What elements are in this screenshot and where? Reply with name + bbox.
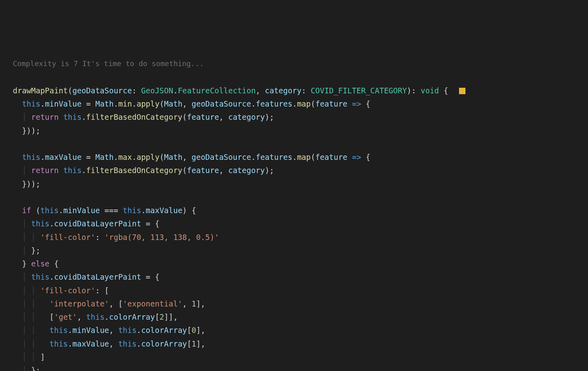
math-max: max <box>118 153 132 161</box>
this-keyword: this <box>31 219 50 228</box>
this-keyword: this <box>123 206 141 215</box>
number-one: 1 <box>191 299 196 308</box>
type-namespace: GeoJSON <box>141 86 173 95</box>
feature-arg: feature <box>187 113 219 121</box>
colorarray-prop: colorArray <box>141 326 187 335</box>
code-block[interactable]: drawMapPaint(geoDataSource: GeoJSON.Feat… <box>13 84 588 371</box>
this-keyword: this <box>50 339 68 348</box>
colorarray-prop: colorArray <box>141 339 187 348</box>
prop-minvalue: minValue <box>72 326 109 335</box>
return-type: void <box>421 86 439 95</box>
this-keyword: this <box>63 113 82 121</box>
category-arg: category <box>228 166 265 175</box>
map-fn: map <box>297 153 310 161</box>
code-lens-hint[interactable]: Complexity is 7 It's time to do somethin… <box>13 57 588 70</box>
this-keyword: this <box>118 326 137 335</box>
param-1: geoDataSource <box>72 86 132 95</box>
this-keyword: this <box>22 99 40 108</box>
type-name: FeatureCollection <box>178 86 256 95</box>
color-swatch-icon <box>459 88 465 94</box>
prop-minvalue: minValue <box>63 206 100 215</box>
else-keyword: else <box>31 259 50 268</box>
this-keyword: this <box>22 153 40 161</box>
features-prop: features <box>256 99 292 108</box>
this-keyword: this <box>50 326 68 335</box>
math-min: min <box>118 99 132 108</box>
get-literal: 'get' <box>54 313 77 321</box>
math-arg: Math <box>164 153 183 161</box>
this-keyword: this <box>63 166 82 175</box>
features-prop: features <box>256 153 292 161</box>
this-keyword: this <box>31 272 50 281</box>
geo-arg: geoDataSource <box>191 153 251 161</box>
key-fillcolor: 'fill-color' <box>40 233 95 242</box>
return-keyword: return <box>31 113 59 121</box>
interpolate-literal: 'interpolate' <box>50 299 109 308</box>
colorarray-prop: colorArray <box>109 313 155 321</box>
rgba-literal: 'rgba(70, 113, 138, 0.5)' <box>105 233 219 242</box>
feature-param: feature <box>315 153 347 161</box>
feature-arg: feature <box>187 166 219 175</box>
prop-minvalue: minValue <box>45 99 82 108</box>
key-fillcolor: 'fill-color' <box>40 286 95 295</box>
filter-fn: filterBasedOnCategory <box>86 166 182 175</box>
apply-fn: apply <box>137 99 159 108</box>
prop-paint: covidDataLayerPaint <box>54 219 141 228</box>
map-fn: map <box>297 99 310 108</box>
this-keyword: this <box>118 339 137 348</box>
math-obj: Math <box>95 99 114 108</box>
category-arg: category <box>228 113 265 121</box>
return-keyword: return <box>31 166 59 175</box>
apply-fn: apply <box>137 153 159 161</box>
if-keyword: if <box>22 206 31 215</box>
prop-paint: covidDataLayerPaint <box>54 272 141 281</box>
feature-param: feature <box>315 99 347 108</box>
param-2: category <box>265 86 302 95</box>
this-keyword: this <box>40 206 59 215</box>
number-one: 1 <box>191 339 196 348</box>
math-obj: Math <box>95 153 114 161</box>
number-two: 2 <box>159 313 164 321</box>
geo-arg: geoDataSource <box>191 99 251 108</box>
filter-fn: filterBasedOnCategory <box>86 113 182 121</box>
type-enum: COVID_FILTER_CATEGORY <box>311 86 407 95</box>
number-zero: 0 <box>191 326 196 335</box>
function-name: drawMapPaint <box>13 86 68 95</box>
this-keyword: this <box>86 313 105 321</box>
prop-maxvalue: maxValue <box>146 206 183 215</box>
math-arg: Math <box>164 99 183 108</box>
prop-maxvalue: maxValue <box>72 339 109 348</box>
prop-maxvalue: maxValue <box>45 153 82 161</box>
exponential-literal: 'exponential' <box>123 299 183 308</box>
